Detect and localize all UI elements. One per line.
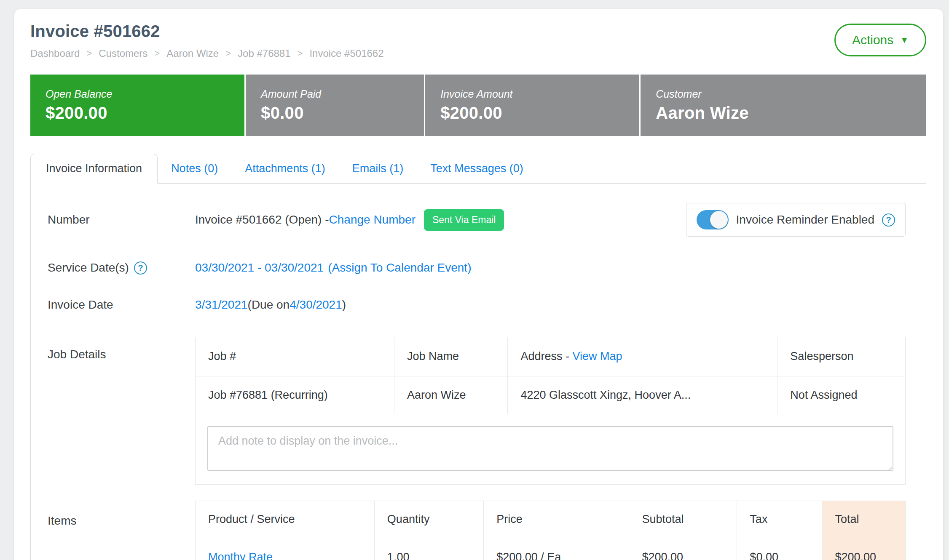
open-balance-card: Open Balance $200.00 xyxy=(30,75,244,136)
salesperson-cell: Not Assigned xyxy=(777,376,905,414)
job-details-label: Job Details xyxy=(48,337,195,361)
total-header: Total xyxy=(822,501,905,538)
job-table-header-row: Job # Job Name Address - View Map Salesp… xyxy=(196,337,905,376)
invoice-amount-value: $200.00 xyxy=(440,104,639,123)
breadcrumb-customer-name[interactable]: Aaron Wize xyxy=(166,48,219,59)
invoice-date-value: 3/31/2021 (Due on 4/30/2021 ) xyxy=(195,298,906,312)
salesperson-header: Salesperson xyxy=(777,337,905,376)
address-header: Address - View Map xyxy=(508,337,777,376)
customer-label: Customer xyxy=(656,88,926,100)
item-product-link[interactable]: Monthy Rate xyxy=(208,551,273,560)
service-date-range-link[interactable]: 03/30/2021 - 03/30/2021 xyxy=(195,261,324,275)
tab-attachments[interactable]: Attachments (1) xyxy=(231,154,339,183)
job-number-header: Job # xyxy=(196,337,394,376)
title-breadcrumb-group: Invoice #501662 Dashboard > Customers > … xyxy=(30,22,384,59)
item-total-cell: $200.00 xyxy=(822,538,905,560)
tab-bar: Invoice Information Notes (0) Attachment… xyxy=(30,153,926,183)
tab-text-messages[interactable]: Text Messages (0) xyxy=(417,154,537,183)
item-row: Monthy Rate 1.00 $200.00 / Ea $200.00 $0… xyxy=(196,538,905,560)
breadcrumb-separator-icon: > xyxy=(225,48,231,59)
invoice-date-link[interactable]: 3/31/2021 xyxy=(195,298,248,312)
toggle-knob-icon xyxy=(710,211,728,229)
service-dates-label-group: Service Date(s) ? xyxy=(48,261,195,275)
tab-notes[interactable]: Notes (0) xyxy=(158,154,231,183)
invoice-amount-label: Invoice Amount xyxy=(440,88,639,100)
breadcrumb-separator-icon: > xyxy=(154,48,160,59)
invoice-number-text: Invoice #501662 (Open) - xyxy=(195,213,329,227)
invoice-note-input[interactable] xyxy=(207,426,893,471)
caret-down-icon: ▼ xyxy=(900,36,909,44)
product-service-header: Product / Service xyxy=(196,501,374,538)
invoice-detail-card: Invoice #501662 Dashboard > Customers > … xyxy=(14,9,943,560)
job-details-box: Job # Job Name Address - View Map Salesp… xyxy=(195,337,906,485)
item-tax-cell: $0.00 xyxy=(737,538,822,560)
invoice-date-label: Invoice Date xyxy=(48,298,195,312)
actions-button[interactable]: Actions ▼ xyxy=(834,24,926,56)
address-cell: 4220 Glasscott Xingz, Hoover A... xyxy=(508,376,777,414)
service-dates-label: Service Date(s) xyxy=(48,261,129,275)
due-date-link[interactable]: 4/30/2021 xyxy=(290,298,342,312)
help-icon[interactable]: ? xyxy=(134,261,147,275)
tax-header: Tax xyxy=(737,501,822,538)
job-number-cell: Job #76881 (Recurring) xyxy=(196,376,394,414)
breadcrumb-separator-icon: > xyxy=(86,48,92,59)
open-balance-value: $200.00 xyxy=(46,104,244,123)
price-header: Price xyxy=(484,501,629,538)
invoice-reminder-box: Invoice Reminder Enabled ? xyxy=(686,203,906,237)
assign-to-calendar-event-link[interactable]: (Assign To Calendar Event) xyxy=(328,261,471,275)
invoice-reminder-label: Invoice Reminder Enabled xyxy=(736,213,874,227)
job-details-row: Job Details Job # Job Name Address - Vie… xyxy=(48,337,906,485)
breadcrumb-customers[interactable]: Customers xyxy=(99,48,147,59)
invoice-note-wrap xyxy=(196,414,905,484)
subtotal-header: Subtotal xyxy=(629,501,737,538)
page-header: Invoice #501662 Dashboard > Customers > … xyxy=(30,22,926,59)
tab-emails[interactable]: Emails (1) xyxy=(339,154,417,183)
job-table-row: Job #76881 (Recurring) Aaron Wize 4220 G… xyxy=(196,376,905,414)
sent-via-email-badge: Sent Via Email xyxy=(424,209,504,231)
customer-value: Aaron Wize xyxy=(656,104,926,123)
tab-invoice-information[interactable]: Invoice Information xyxy=(30,154,158,184)
actions-button-label: Actions xyxy=(852,33,893,47)
breadcrumb-current-invoice: Invoice #501662 xyxy=(309,48,383,59)
job-details-table: Job # Job Name Address - View Map Salesp… xyxy=(196,337,905,414)
due-on-text: (Due on xyxy=(248,298,290,312)
job-name-cell: Aaron Wize xyxy=(394,376,508,414)
item-product-cell: Monthy Rate xyxy=(196,538,374,560)
summary-cards: Open Balance $200.00 Amount Paid $0.00 I… xyxy=(30,75,926,136)
number-label: Number xyxy=(48,213,195,227)
service-dates-value: 03/30/2021 - 03/30/2021 (Assign To Calen… xyxy=(195,261,906,275)
help-icon[interactable]: ? xyxy=(882,213,895,227)
item-price-cell: $200.00 / Ea xyxy=(484,538,629,560)
item-quantity-cell: 1.00 xyxy=(374,538,483,560)
items-header-row: Product / Service Quantity Price Subtota… xyxy=(196,501,905,538)
items-table: Product / Service Quantity Price Subtota… xyxy=(196,501,905,560)
amount-paid-value: $0.00 xyxy=(261,104,424,123)
page: Invoice #501662 Dashboard > Customers > … xyxy=(0,0,949,560)
service-dates-row: Service Date(s) ? 03/30/2021 - 03/30/202… xyxy=(48,261,906,275)
invoice-amount-card: Invoice Amount $200.00 xyxy=(425,75,639,136)
page-title: Invoice #501662 xyxy=(30,22,384,41)
job-name-header: Job Name xyxy=(394,337,508,376)
number-value: Invoice #501662 (Open) - Change Number S… xyxy=(195,209,686,231)
quantity-header: Quantity xyxy=(374,501,483,538)
breadcrumb-job[interactable]: Job #76881 xyxy=(238,48,290,59)
invoice-date-row: Invoice Date 3/31/2021 (Due on 4/30/2021… xyxy=(48,298,906,312)
change-number-link[interactable]: Change Number xyxy=(329,213,416,227)
customer-card: Customer Aaron Wize xyxy=(641,75,926,136)
due-on-close-paren: ) xyxy=(342,298,346,312)
amount-paid-card: Amount Paid $0.00 xyxy=(246,75,424,136)
amount-paid-label: Amount Paid xyxy=(261,88,424,100)
invoice-information-panel: Number Invoice #501662 (Open) - Change N… xyxy=(30,183,926,560)
items-row: Items Product / Service Quantity Price S… xyxy=(48,501,906,560)
view-map-link[interactable]: View Map xyxy=(573,350,622,363)
items-label: Items xyxy=(48,501,195,528)
breadcrumb-separator-icon: > xyxy=(298,48,303,59)
address-header-text: Address - xyxy=(520,350,572,363)
item-subtotal-cell: $200.00 xyxy=(629,538,737,560)
invoice-reminder-toggle[interactable] xyxy=(697,210,729,229)
items-box: Product / Service Quantity Price Subtota… xyxy=(195,501,906,560)
open-balance-label: Open Balance xyxy=(46,88,244,100)
number-row: Number Invoice #501662 (Open) - Change N… xyxy=(48,203,906,237)
breadcrumb-dashboard[interactable]: Dashboard xyxy=(30,48,80,59)
breadcrumb: Dashboard > Customers > Aaron Wize > Job… xyxy=(30,48,384,59)
